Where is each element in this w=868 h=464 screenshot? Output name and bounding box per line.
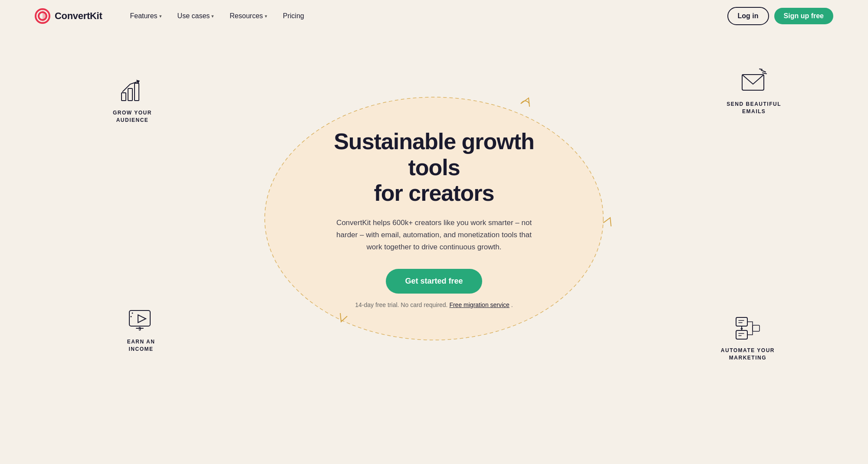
callout-income-label: EARN ANINCOME [127,338,155,353]
nav-use-cases[interactable]: Use cases ▾ [171,9,221,23]
navigation: ConvertKit Features ▾ Use cases ▾ Resour… [0,0,868,32]
hero-title: Sustainable growth tools for creators [312,129,556,206]
svg-marker-8 [138,315,146,323]
logo[interactable]: ConvertKit [35,8,102,24]
hero-section: GROW YOURAUDIENCE SEND BEAUTIFULEMAILS $ [0,32,868,405]
chevron-down-icon: ▾ [211,13,214,19]
get-started-button[interactable]: Get started free [386,269,482,294]
chevron-down-icon: ▾ [159,13,162,19]
hero-subtitle: ConvertKit helps 600k+ creators like you… [330,217,538,253]
video-icon: $ [126,304,156,335]
hero-content: Sustainable growth tools for creators Co… [312,129,556,309]
callout-send-emails: SEND BEAUTIFULEMAILS [727,67,781,115]
callout-automate-label: AUTOMATE YOURMARKETING [721,347,775,362]
callout-grow-audience: GROW YOURAUDIENCE [113,75,152,124]
chevron-down-icon: ▾ [265,13,267,19]
svg-rect-3 [122,93,126,101]
chart-icon [117,75,148,106]
nav-actions: Log in Sign up free [727,7,833,25]
svg-rect-13 [736,330,747,339]
svg-rect-4 [128,88,132,101]
login-button[interactable]: Log in [727,7,769,25]
automation-icon [733,313,763,343]
migration-link[interactable]: Free migration service [449,301,510,308]
callout-email-label: SEND BEAUTIFULEMAILS [727,101,781,115]
logo-icon [35,8,50,24]
svg-point-10 [132,313,133,314]
nav-features[interactable]: Features ▾ [123,9,168,23]
callout-grow-label: GROW YOURAUDIENCE [113,109,152,124]
svg-point-11 [131,316,132,317]
nav-links: Features ▾ Use cases ▾ Resources ▾ Prici… [123,9,727,23]
nav-resources[interactable]: Resources ▾ [223,9,274,23]
hero-footnote: 14-day free trial. No card required. Fre… [312,301,556,308]
callout-earn-income: $ EARN ANINCOME [126,304,156,353]
svg-rect-12 [736,317,747,326]
envelope-icon [739,67,769,97]
svg-rect-14 [753,325,760,331]
signup-button[interactable]: Sign up free [774,8,833,24]
nav-pricing[interactable]: Pricing [276,9,311,23]
svg-rect-5 [135,83,139,101]
logo-text: ConvertKit [55,10,102,22]
svg-text:$: $ [138,327,141,331]
callout-automate-marketing: AUTOMATE YOURMARKETING [721,313,775,362]
